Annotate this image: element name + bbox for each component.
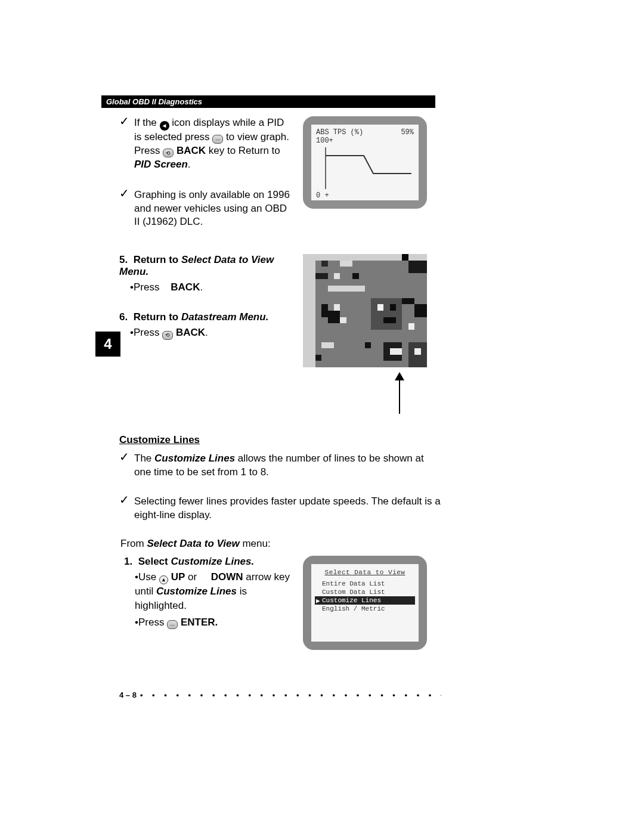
svg-rect-16 [371,298,402,330]
fig3-menu-item: ▶Customize Lines [315,596,415,605]
check-item-fewer-lines: ✓ Selecting fewer lines provides faster … [101,495,447,522]
enter-button-icon: ··· [167,620,178,629]
svg-rect-29 [315,355,321,361]
back-button-icon: ⟲ [163,148,174,157]
arrow-up-icon [392,372,407,414]
check-text: Graphing is only available on 1996 and n… [134,188,292,230]
fig3-title: Select Data to View [315,569,415,576]
svg-marker-31 [395,372,404,380]
svg-rect-19 [383,317,396,324]
graph-icon: ◄ [160,121,169,131]
svg-rect-22 [408,323,414,330]
svg-rect-4 [321,261,327,267]
check-item-graphing-note: ✓ Graphing is only available on 1996 and… [101,188,292,230]
footer-dots: • • • • • • • • • • • • • • • • • • • • … [137,690,441,699]
svg-rect-6 [402,254,408,261]
svg-rect-20 [402,298,414,305]
svg-rect-17 [377,305,383,311]
check-item-customize-desc: ✓ The Customize Lines allows the number … [101,452,447,479]
check-icon: ✓ [119,451,129,479]
fig1-y-bottom: 0 + [316,191,414,200]
block-bottom: 1. Select Customize Lines. •Use ▲ UP or … [101,556,447,650]
step-6: 6. Return to Datastream Menu. •Press ⟲ B… [101,311,292,340]
figure-graph-screen: ABS TPS (%) 59% 100+ 0 + [303,116,427,209]
check-item-graph-icon: ✓ If the ◄ icon displays while a PID is … [101,116,292,172]
svg-rect-15 [340,317,346,324]
svg-rect-12 [321,305,327,317]
svg-rect-27 [414,349,420,355]
check-icon: ✓ [119,494,129,522]
figure-pixelated [303,254,427,367]
fig1-value: 59% [401,128,414,137]
fig3-menu-item: Custom Data List [315,588,415,596]
up-arrow-icon: ▲ [159,575,168,584]
fig1-label: ABS TPS (%) [316,128,363,137]
caret-icon: ▶ [316,597,320,605]
svg-rect-21 [414,305,427,317]
svg-rect-23 [365,342,371,349]
svg-rect-14 [334,305,340,311]
fig3-menu-item: English / Metric [315,605,415,613]
check-icon: ✓ [119,187,129,199]
fig1-plot [316,147,411,189]
figure-menu-screen: Select Data to View Entire Data ListCust… [303,556,427,650]
svg-rect-5 [340,261,352,267]
svg-rect-18 [390,305,396,311]
svg-rect-8 [315,273,328,280]
svg-rect-2 [303,254,315,367]
block-mid: 5. Return to Select Data to View Menu. •… [101,254,447,414]
svg-rect-10 [352,273,358,280]
step-1-select-customize: 1. Select Customize Lines. •Use ▲ UP or … [101,556,292,629]
section-head-customize-lines: Customize Lines [101,434,447,446]
step-5: 5. Return to Select Data to View Menu. •… [101,254,292,295]
back-button-icon: ⟲ [162,331,173,340]
fig3-menu-item: Entire Data List [315,580,415,588]
svg-rect-25 [390,349,402,355]
svg-rect-26 [408,342,427,367]
svg-rect-11 [328,286,365,292]
enter-button-icon: ··· [212,135,223,144]
check-icon: ✓ [119,115,129,127]
page-number: 4 – 8 [119,690,137,699]
block-top: ✓ If the ◄ icon displays while a PID is … [101,116,447,246]
fig1-y-top: 100+ [316,137,414,145]
svg-rect-7 [408,261,427,273]
from-line: From Select Data to View menu: [101,538,447,550]
page-footer: 4 – 8 • • • • • • • • • • • • • • • • • … [119,690,441,699]
svg-rect-13 [328,311,340,323]
check-text: If the ◄ icon displays while a PID is se… [134,116,292,172]
svg-rect-9 [334,273,340,280]
svg-rect-28 [321,342,334,349]
chapter-tab: 4 [95,332,120,357]
header-bar: Global OBD II Diagnostics [101,95,435,108]
